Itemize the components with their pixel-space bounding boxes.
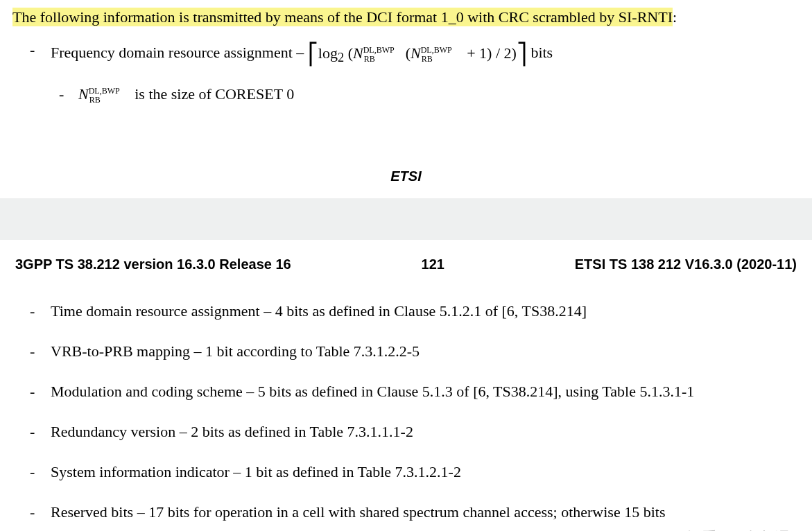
N1-sub: RB [364, 54, 375, 64]
etsi-footer: ETSI [12, 168, 800, 184]
formula-tail: + 1) / 2) [463, 44, 517, 62]
bottom-list: Time domain resource assignment – 4 bits… [12, 300, 800, 523]
document-page: The following information is transmitted… [0, 0, 812, 531]
header-center: 121 [422, 256, 444, 272]
ceil-right-icon: ⎤ [517, 42, 527, 65]
freq-suffix: bits [530, 44, 553, 61]
N3: N [78, 85, 89, 103]
nested-list: NDL,BWPRB is the size of CORESET 0 [51, 83, 800, 107]
N2-sub: RB [422, 54, 433, 64]
list-item: Reserved bits – 17 bits for operation in… [51, 501, 800, 523]
freq-prefix: Frequency domain resource assignment – [51, 44, 308, 61]
intro-tail: : [673, 8, 677, 26]
N3-sub: RB [89, 95, 101, 105]
freq-domain-item: Frequency domain resource assignment – ⎡… [51, 39, 800, 106]
freq-formula: ⎡log2 (NDL,BWPRB(NDL,BWPRB + 1) / 2)⎤ [308, 39, 527, 69]
list-item: Modulation and coding scheme – 5 bits as… [51, 381, 800, 403]
nrb-desc-text: is the size of CORESET 0 [131, 85, 294, 103]
watermark: 知乎 @陈老湿 [686, 528, 791, 531]
list-item: VRB-to-PRB mapping – 1 bit according to … [51, 340, 800, 363]
list-item: Time domain resource assignment – 4 bits… [51, 300, 800, 322]
N1: N [353, 44, 363, 62]
log-text: log [318, 44, 338, 62]
list-item: System information indicator – 1 bit as … [51, 461, 800, 483]
header-right: ETSI TS 138 212 V16.3.0 (2020-11) [575, 256, 797, 272]
N2-sup: DL,BWP [421, 45, 452, 55]
highlighted-intro: The following information is transmitted… [12, 8, 673, 26]
log-base: 2 [338, 51, 344, 64]
N2: N [411, 44, 421, 62]
list-item: Redundancy version – 2 bits as defined i… [51, 421, 800, 443]
page-break [0, 198, 812, 240]
N1-sup: DL,BWP [363, 45, 395, 55]
page-header: 3GPP TS 38.212 version 16.3.0 Release 16… [12, 256, 800, 272]
nrb-desc-item: NDL,BWPRB is the size of CORESET 0 [78, 83, 800, 107]
intro-line: The following information is transmitted… [12, 8, 800, 26]
top-list: Frequency domain resource assignment – ⎡… [12, 39, 800, 106]
header-left: 3GPP TS 38.212 version 16.3.0 Release 16 [15, 256, 291, 272]
N3-sup: DL,BWP [89, 85, 120, 95]
ceil-left-icon: ⎡ [308, 42, 318, 65]
